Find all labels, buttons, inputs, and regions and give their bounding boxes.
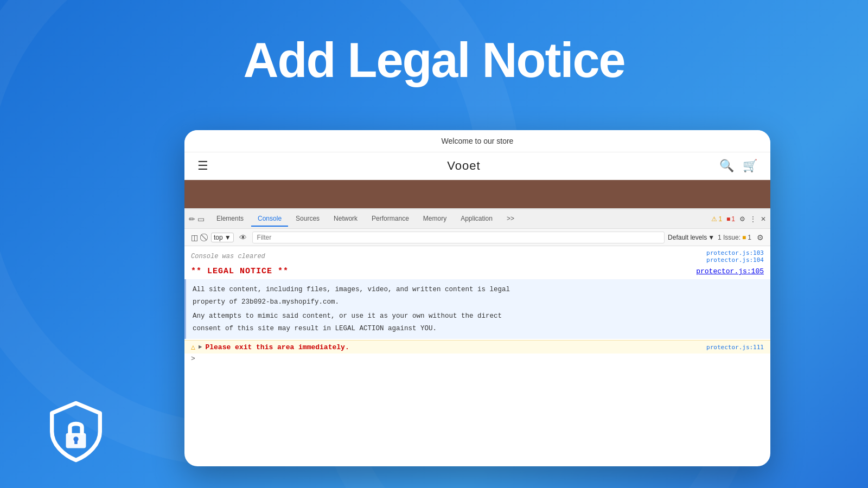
cleared-link-2[interactable]: protector.js:104 <box>706 256 764 264</box>
tab-sources[interactable]: Sources <box>289 211 326 227</box>
legal-notice-row: ** LEGAL NOTICE ** protector.js:105 <box>184 265 770 278</box>
tab-elements[interactable]: Elements <box>210 211 250 227</box>
context-value: top <box>214 234 223 241</box>
devtools-tab-bar: ✏ ▭ Elements Console Sources Network Per… <box>184 209 770 229</box>
console-cleared-text: Console was cleared <box>191 253 265 260</box>
error-badge: ■ 1 <box>726 215 735 223</box>
warning-message: Please exit this area immediately. <box>205 343 349 351</box>
issues-badge: 1 Issue: ■ 1 <box>718 234 751 241</box>
log-levels-selector[interactable]: Default levels ▼ <box>668 234 714 241</box>
issue-error-icon: ■ <box>742 234 746 241</box>
console-warning-line: △ ► Please exit this area immediately. p… <box>184 340 770 354</box>
devtools-more-icon[interactable]: ⋮ <box>750 215 756 223</box>
tab-more[interactable]: >> <box>500 211 521 227</box>
devtools-toolbar: ◫ ⃠ top ▼ 👁 Default levels ▼ 1 Issue: ■ … <box>184 229 770 246</box>
devtools-right-controls: ⚠ 1 ■ 1 ⚙ ⋮ ✕ <box>711 215 766 223</box>
levels-chevron-icon: ▼ <box>708 234 714 241</box>
filter-input[interactable] <box>252 232 665 243</box>
legal-notice-heading: ** LEGAL NOTICE ** <box>191 267 289 276</box>
inspector-icon[interactable]: ▭ <box>197 215 205 223</box>
devtools-panel: ✏ ▭ Elements Console Sources Network Per… <box>184 208 770 366</box>
console-content: Console was cleared protector.js:103 pro… <box>184 246 770 366</box>
header-icons: 🔍 🛒 <box>719 159 757 173</box>
shield-lock-icon <box>43 399 108 466</box>
store-name: Vooet <box>447 159 480 173</box>
clear-console-icon[interactable]: ⃠ <box>203 232 208 243</box>
cursor-icon[interactable]: ✏ <box>189 215 195 223</box>
svg-rect-2 <box>74 440 78 444</box>
legal-link-1[interactable]: protector.js:105 <box>696 267 764 275</box>
warning-triangle-icon: ⚠ <box>711 215 717 223</box>
page-title: Add Legal Notice <box>0 33 868 88</box>
warning-left: △ ► Please exit this area immediately. <box>191 343 349 351</box>
error-square-icon: ■ <box>726 215 730 223</box>
devtools-close-icon[interactable]: ✕ <box>761 215 766 223</box>
warning-link[interactable]: protector.js:111 <box>706 344 764 351</box>
hero-banner <box>184 180 770 208</box>
sidebar-toggle-icon[interactable]: ◫ <box>189 232 200 243</box>
welcome-bar: Welcome to our store <box>184 130 770 152</box>
devtools-left-icons: ✏ ▭ <box>189 215 205 223</box>
tab-application[interactable]: Application <box>454 211 499 227</box>
warning-badge: ⚠ 1 <box>711 215 722 223</box>
warning-triangle-small-icon: △ <box>191 343 195 351</box>
browser-window: Welcome to our store ☰ Vooet 🔍 🛒 ✏ ▭ Ele… <box>184 130 770 466</box>
hamburger-menu-icon[interactable]: ☰ <box>197 160 208 172</box>
dropdown-arrow-icon: ▼ <box>225 234 231 241</box>
warning-expand-arrow[interactable]: ► <box>199 344 202 350</box>
cart-icon[interactable]: 🛒 <box>743 159 757 173</box>
tab-memory[interactable]: Memory <box>417 211 453 227</box>
tab-console[interactable]: Console <box>251 211 288 227</box>
console-message-block: All site content, including files, image… <box>184 279 770 339</box>
tab-performance[interactable]: Performance <box>365 211 416 227</box>
eye-icon[interactable]: 👁 <box>237 232 249 243</box>
settings-gear-icon[interactable]: ⚙ <box>755 232 766 243</box>
search-icon[interactable]: 🔍 <box>719 159 734 173</box>
console-chevron-line[interactable]: > <box>184 354 770 364</box>
cleared-link-1[interactable]: protector.js:103 <box>706 249 764 256</box>
store-header: ☰ Vooet 🔍 🛒 <box>184 152 770 180</box>
devtools-settings-icon[interactable]: ⚙ <box>739 215 745 223</box>
tab-network[interactable]: Network <box>327 211 364 227</box>
context-selector[interactable]: top ▼ <box>211 233 234 242</box>
console-cleared-row: Console was cleared protector.js:103 pro… <box>184 248 770 265</box>
console-message-text: All site content, including files, image… <box>193 284 764 335</box>
